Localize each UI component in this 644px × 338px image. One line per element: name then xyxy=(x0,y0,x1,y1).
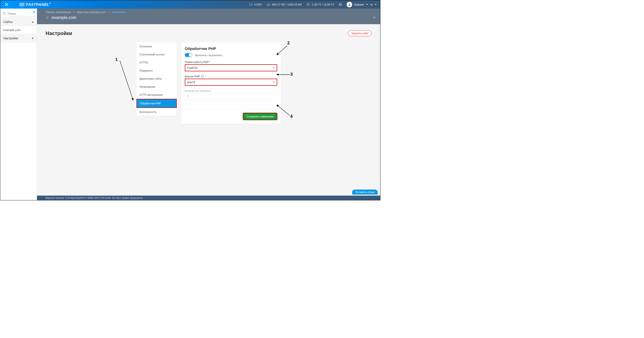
brand-bars-icon xyxy=(19,3,24,6)
tab-https[interactable]: HTTPS xyxy=(136,58,177,67)
php-version-label: Версия PHP ? * xyxy=(185,75,277,78)
avatar-icon xyxy=(347,2,352,7)
tab-logging[interactable]: Логирование xyxy=(136,83,177,91)
search-close-button[interactable]: × xyxy=(33,10,35,14)
delete-site-button[interactable]: Удалить сайт xyxy=(348,30,372,36)
chevron-down-icon xyxy=(273,82,275,83)
bc-panel[interactable]: Панель управления xyxy=(46,11,71,14)
sidebar: × Сайты example.com Настройки xyxy=(0,9,37,200)
tab-static[interactable]: Статический контент xyxy=(136,50,177,58)
php-mode-label: Режим работы PHP* xyxy=(185,60,277,64)
memory-value: 404.37 Мб / 1009.20 Мб xyxy=(272,3,302,6)
tab-redirects[interactable]: Редиректы xyxy=(136,67,177,75)
svg-point-6 xyxy=(3,12,5,14)
username: fastuser xyxy=(354,3,364,6)
php-handler-form: Обработчик PHP Включить / выключить Режи… xyxy=(181,42,281,124)
tab-site-dir[interactable]: Директория сайта xyxy=(136,75,177,83)
section-settings[interactable]: Настройки xyxy=(0,34,37,43)
gauge-icon xyxy=(248,3,253,6)
site-title: example.com xyxy=(52,15,76,20)
tab-php-handler[interactable]: Обработчик PHP xyxy=(136,99,177,108)
form-title: Обработчик PHP xyxy=(185,46,277,51)
search-icon xyxy=(3,12,6,16)
chevron-down-icon xyxy=(273,67,275,68)
workers-label: Количество воркеров xyxy=(185,89,277,92)
user-menu[interactable]: fastuser xyxy=(347,2,368,7)
section-sites-label: Сайты xyxy=(3,20,12,24)
php-version-select[interactable]: php74 xyxy=(185,79,277,86)
chevron-down-icon xyxy=(366,4,368,5)
section-settings-label: Настройки xyxy=(3,37,18,40)
chevron-down-icon xyxy=(372,15,377,20)
arrow-1-icon xyxy=(119,58,136,103)
stat-server[interactable] xyxy=(338,3,343,6)
main: Панель управления » Карточка example.com… xyxy=(37,9,380,200)
disk-icon xyxy=(306,3,310,6)
stat-memory[interactable]: 404.37 Мб / 1009.20 Мб xyxy=(266,3,302,6)
workers-input[interactable] xyxy=(185,93,277,100)
php-mode-select[interactable]: FastCGI xyxy=(185,64,277,71)
feedback-button[interactable]: Оставить отзыв xyxy=(352,190,378,195)
help-icon[interactable]: ? xyxy=(201,75,204,78)
lang-value: ru xyxy=(370,3,373,6)
brand-text: FASTPANEL® xyxy=(26,2,51,7)
stat-disk[interactable]: 2.38 Гб / 19.56 Гб xyxy=(306,3,334,6)
save-button[interactable]: Сохранить изменения xyxy=(243,113,277,120)
annotation-1: 1 xyxy=(115,57,118,62)
annotation-4: 4 xyxy=(290,114,293,119)
php-version-value: php74 xyxy=(187,81,195,84)
stat-cpu[interactable]: 0.50% xyxy=(248,3,262,6)
chevron-up-icon xyxy=(32,21,34,23)
tab-security[interactable]: Безопасность xyxy=(136,108,177,116)
annotation-3: 3 xyxy=(290,72,293,77)
expand-toggle[interactable] xyxy=(372,15,377,21)
sidebar-item-site[interactable]: example.com xyxy=(0,26,37,34)
svg-point-5 xyxy=(349,4,350,5)
tab-http-auth[interactable]: HTTP-авторизация xyxy=(136,91,177,99)
svg-rect-3 xyxy=(339,3,342,4)
settings-tabs: Основные Статический контент HTTPS Редир… xyxy=(136,42,177,116)
topbar: FASTPANEL® 0.50% 404.37 Мб / 1009.20 Мб … xyxy=(0,0,380,9)
tab-main[interactable]: Основные xyxy=(136,42,177,50)
breadcrumb: Панель управления » Карточка example.com… xyxy=(46,11,372,14)
disk-value: 2.38 Гб / 19.56 Гб xyxy=(312,3,334,6)
svg-line-7 xyxy=(120,60,133,100)
chevron-down-icon xyxy=(32,38,34,39)
server-icon xyxy=(338,3,343,6)
annotation-2: 2 xyxy=(287,41,290,46)
bc-settings: Настройки xyxy=(112,11,126,14)
subheader: Панель управления » Карточка example.com… xyxy=(37,9,380,24)
svg-rect-1 xyxy=(267,4,270,5)
svg-rect-4 xyxy=(339,5,342,6)
footer: Версия панели: 1.9+deb10p229 © 2006-2021… xyxy=(37,196,380,200)
section-sites[interactable]: Сайты xyxy=(0,17,37,26)
brand-logo[interactable]: FASTPANEL® xyxy=(19,2,51,7)
close-icon xyxy=(4,2,9,7)
lang-menu[interactable]: ru xyxy=(370,3,377,6)
gear-icon xyxy=(46,16,49,19)
svg-point-2 xyxy=(307,3,309,4)
cpu-value: 0.50% xyxy=(254,3,262,6)
bc-site-card[interactable]: Карточка example.com xyxy=(77,11,106,14)
php-mode-value: FastCGI xyxy=(187,66,198,69)
enable-toggle-label: Включить / выключить xyxy=(195,54,222,57)
form-divider xyxy=(181,109,281,109)
enable-toggle[interactable] xyxy=(185,53,192,57)
close-button[interactable] xyxy=(0,0,13,9)
memory-icon xyxy=(266,3,271,6)
page-title: Настройки xyxy=(46,30,72,36)
footer-text: Версия панели: 1.9+deb10p229 © 2006-2021… xyxy=(46,196,143,199)
chevron-down-icon xyxy=(375,4,377,5)
